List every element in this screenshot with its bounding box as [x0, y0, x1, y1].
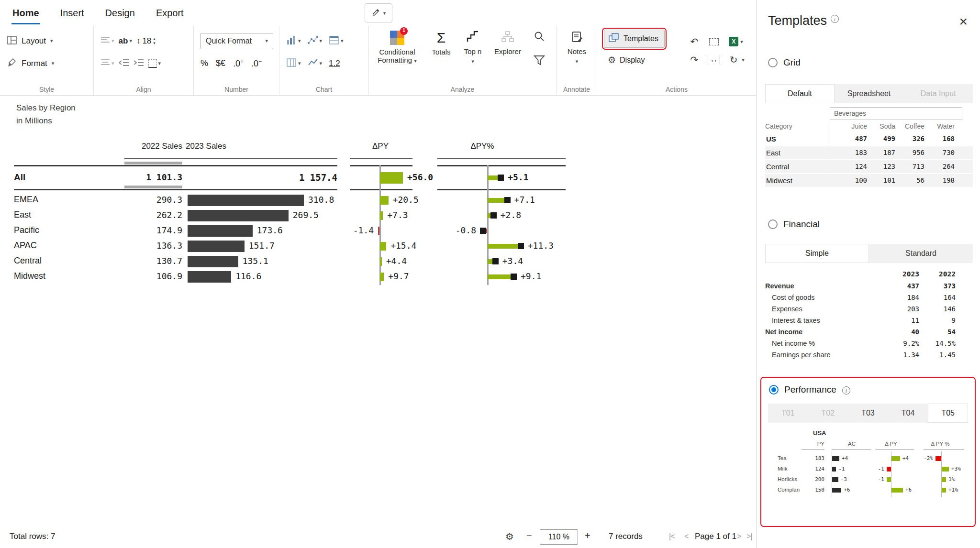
financial-template-tabs: SimpleStandard: [765, 244, 973, 263]
financial-row-value: 54: [919, 328, 956, 336]
percent-format-button[interactable]: %: [200, 58, 208, 68]
measure-button[interactable]: [704, 38, 724, 45]
currency-format-button[interactable]: $€: [216, 58, 225, 68]
perf-py-value: 124: [815, 466, 824, 472]
grid-style-button[interactable]: ▾: [286, 57, 301, 70]
financial-row-name: Expenses: [765, 305, 880, 313]
close-panel-button[interactable]: ×: [959, 14, 968, 29]
financial-col-header: 2022: [919, 270, 956, 278]
tab-t04[interactable]: T04: [888, 404, 928, 423]
chart-value-dpy: +7.3: [387, 210, 408, 220]
tab-t05[interactable]: T05: [928, 404, 968, 423]
chart-bar-2023: [188, 256, 238, 267]
grid-preview-cell: 198: [924, 174, 962, 187]
perf-line: [924, 449, 964, 450]
performance-template-tabs: T01T02T03T04T05: [768, 404, 968, 423]
templates-button[interactable]: Templates: [604, 30, 665, 48]
notes-button[interactable]: Notes ▾: [557, 26, 597, 88]
pencil-icon: [371, 7, 381, 19]
gear-icon: ⚙: [608, 55, 616, 66]
conditional-formatting-button[interactable]: 1 Conditional Formatting ▾: [369, 26, 425, 88]
grid-preview-cell: 730: [924, 146, 962, 160]
format-label: Format: [22, 59, 47, 68]
first-page-button[interactable]: |<: [669, 532, 675, 541]
prev-page-button[interactable]: <: [684, 532, 688, 541]
excel-export-button[interactable]: X ▾: [724, 37, 748, 46]
spinner-arrows-icon[interactable]: ▴▾: [153, 37, 156, 45]
indent-decrease-button[interactable]: [119, 58, 129, 69]
decimal-decrease-button[interactable]: .0−: [251, 58, 262, 69]
zoom-in-button[interactable]: +: [585, 530, 590, 541]
bar-chart-icon: [286, 35, 297, 47]
radio-icon[interactable]: [768, 219, 778, 229]
grid-preview-row: Central124123713264: [765, 160, 973, 174]
align-center-button[interactable]: ▾: [100, 58, 114, 69]
ribbon-tab-export[interactable]: Export: [155, 2, 185, 24]
fit-width-button[interactable]: ↔: [708, 55, 720, 65]
edit-mode-button[interactable]: ▾: [365, 3, 392, 22]
ribbon-group-chart: ▾ ▾ ▾ ▾: [279, 26, 369, 96]
grid-template-preview[interactable]: BeveragesCategoryJuiceSodaCoffeeWaterUS4…: [765, 107, 973, 188]
radio-selected-icon[interactable]: [769, 385, 779, 395]
ribbon-tab-design[interactable]: Design: [104, 2, 136, 24]
tab-standard[interactable]: Standard: [869, 244, 973, 263]
grid-template-radio[interactable]: Grid: [768, 57, 801, 68]
financial-preview-row: Net income %9.2%14.5%: [765, 338, 973, 349]
totals-button[interactable]: Σ Totals: [425, 26, 457, 88]
chart-bar-2023: [188, 195, 304, 206]
redo-button[interactable]: ↷: [688, 54, 701, 66]
next-page-button[interactable]: >: [737, 532, 741, 541]
tab-simple[interactable]: Simple: [765, 244, 869, 263]
text-format-button[interactable]: ab ▾: [119, 36, 132, 46]
grid-preview-cell: 326: [895, 132, 924, 146]
financial-template-preview[interactable]: 20232022Revenue437373Cost of goods184164…: [765, 268, 973, 361]
ribbon-tab-insert[interactable]: Insert: [59, 2, 85, 24]
perf-line: [876, 449, 914, 450]
undo-button[interactable]: ↶: [688, 36, 701, 47]
align-left-button[interactable]: ▾: [100, 36, 114, 46]
tab-spreadsheet[interactable]: Spreadsheet: [835, 84, 904, 103]
indent-increase-button[interactable]: [134, 58, 144, 69]
combo-chart-style-button[interactable]: ▾: [308, 35, 323, 47]
borders-button[interactable]: ▾: [148, 59, 161, 68]
tab-t02[interactable]: T02: [808, 404, 848, 423]
zoom-level-box[interactable]: 110 %: [540, 529, 578, 545]
tab-t01[interactable]: T01: [768, 404, 808, 423]
top-n-button[interactable]: Top n ▾: [457, 26, 489, 88]
performance-template-radio[interactable]: Performance i: [769, 384, 850, 395]
refresh-button[interactable]: ↻ ▾: [724, 54, 748, 66]
ribbon-tab-home[interactable]: Home: [11, 2, 40, 24]
bar-chart-style-button[interactable]: ▾: [286, 35, 301, 47]
decimal-display-button[interactable]: 1.2: [329, 59, 340, 68]
filter-button[interactable]: [534, 55, 545, 68]
tab-t03[interactable]: T03: [848, 404, 888, 423]
zoom-out-button[interactable]: −: [526, 530, 532, 541]
search-button[interactable]: [534, 31, 545, 44]
grid-preview-row-name: Midwest: [765, 176, 830, 185]
format-button[interactable]: Format ▾: [0, 52, 93, 75]
font-size-stepper[interactable]: ↕ 18 ▴▾: [136, 36, 156, 46]
decimal-increase-button[interactable]: .0+: [233, 58, 244, 69]
tab-default[interactable]: Default: [765, 84, 835, 103]
grid-preview-cell: 183: [830, 146, 867, 160]
settings-gear-icon[interactable]: ⚙: [505, 531, 514, 542]
explorer-hierarchy-icon: [501, 31, 514, 44]
last-page-button[interactable]: >|: [746, 532, 752, 541]
info-icon[interactable]: i: [831, 15, 839, 23]
chevron-down-icon: ▾: [158, 60, 161, 66]
financial-template-radio[interactable]: Financial: [768, 219, 820, 230]
radio-icon[interactable]: [768, 58, 778, 67]
perf-dpp-label: +1%: [948, 487, 958, 493]
report-canvas[interactable]: Sales by Region in Millions 2022 Sales 2…: [0, 96, 756, 526]
table-style-button[interactable]: ▾: [329, 35, 344, 47]
perf-row-name: Tea: [778, 455, 787, 461]
layout-button[interactable]: Layout ▾: [0, 30, 93, 52]
panel-title: Templates i: [768, 13, 839, 28]
quick-format-dropdown[interactable]: Quick Format ▾: [200, 33, 273, 49]
records-count: 7 records: [609, 532, 643, 541]
explorer-button[interactable]: Explorer: [489, 26, 527, 88]
info-icon[interactable]: i: [842, 386, 850, 395]
tab-data-input[interactable]: Data Input: [903, 84, 973, 103]
line-chart-style-button[interactable]: ▾: [308, 57, 323, 70]
performance-template-card[interactable]: Performance i T01T02T03T04T05 USAPYACΔ P…: [760, 377, 976, 527]
